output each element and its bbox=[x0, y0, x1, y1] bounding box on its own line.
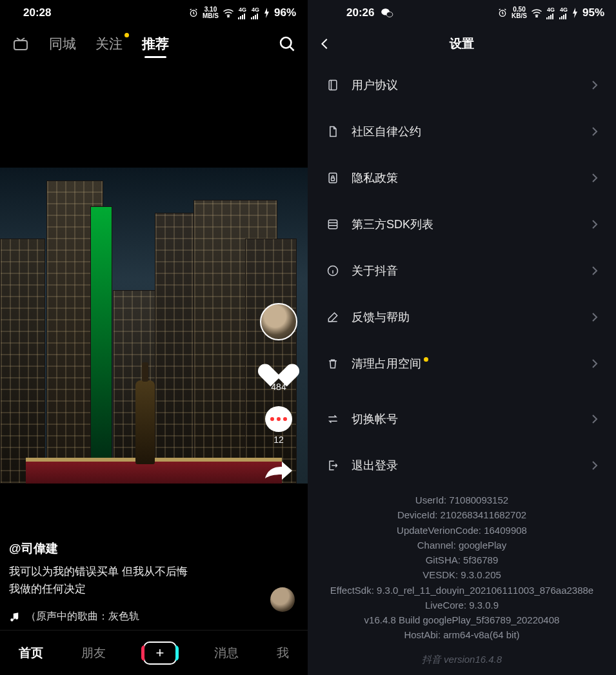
svg-rect-9 bbox=[257, 14, 258, 19]
wifi-icon bbox=[223, 8, 234, 17]
tab-recommend[interactable]: 推荐 bbox=[142, 35, 169, 53]
battery-pct: 95% bbox=[582, 6, 604, 19]
row-logout[interactable]: 退出登录 bbox=[312, 442, 612, 489]
row-label: 清理占用空间 bbox=[352, 356, 580, 371]
logout-icon bbox=[326, 458, 340, 473]
row-sdk[interactable]: 第三方SDK列表 bbox=[312, 201, 612, 248]
row-switch-account[interactable]: 切换帐号 bbox=[312, 396, 612, 442]
row-label: 用户协议 bbox=[352, 77, 580, 93]
tab-live[interactable] bbox=[12, 37, 30, 51]
dbg-abi: HostAbi: arm64-v8a(64 bit) bbox=[315, 627, 608, 642]
nav-messages[interactable]: 消息 bbox=[214, 645, 239, 661]
swap-icon bbox=[326, 412, 340, 426]
svg-rect-3 bbox=[240, 16, 241, 19]
row-privacy[interactable]: 隐私政策 bbox=[312, 155, 612, 201]
svg-rect-21 bbox=[561, 16, 562, 19]
back-button[interactable] bbox=[318, 37, 332, 51]
share-icon bbox=[264, 459, 293, 482]
svg-point-15 bbox=[536, 16, 537, 17]
version-label: 抖音 version16.4.8 bbox=[308, 646, 616, 675]
trash-icon bbox=[326, 357, 340, 371]
dbg-deviceid: DeviceId: 2102683411682702 bbox=[315, 507, 608, 522]
settings-list: 用户协议 社区自律公约 隐私政策 第三方SDK列表 关于抖音 bbox=[308, 62, 616, 489]
svg-rect-17 bbox=[548, 16, 550, 19]
svg-rect-5 bbox=[244, 14, 245, 19]
comment-button[interactable]: 12 bbox=[265, 406, 292, 445]
chevron-right-icon bbox=[591, 414, 598, 424]
nav-me[interactable]: 我 bbox=[277, 645, 289, 661]
document-icon bbox=[326, 124, 340, 139]
nav-friends[interactable]: 朋友 bbox=[81, 645, 106, 661]
net-unit: KB/S bbox=[512, 13, 527, 19]
chevron-right-icon bbox=[591, 312, 598, 322]
caption-line-2: 我做的任何决定 bbox=[9, 581, 250, 598]
search-icon[interactable] bbox=[278, 35, 296, 53]
row-label: 关于抖音 bbox=[352, 263, 580, 279]
svg-rect-22 bbox=[563, 15, 564, 19]
tab-local[interactable]: 同城 bbox=[49, 35, 76, 53]
music-marquee[interactable]: （原声中的歌曲：灰色轨 bbox=[9, 610, 250, 623]
signal-2-icon: 4G bbox=[251, 7, 260, 19]
chevron-right-icon bbox=[591, 358, 598, 369]
wifi-icon bbox=[531, 8, 542, 17]
chevron-right-icon bbox=[591, 219, 598, 230]
status-icons: 0.50 KB/S 4G 4G 95% bbox=[497, 6, 604, 19]
wechat-icon bbox=[381, 8, 393, 18]
music-disc[interactable] bbox=[265, 582, 300, 617]
settings-header: 设置 bbox=[308, 26, 616, 62]
share-button[interactable] bbox=[264, 459, 293, 482]
svg-rect-4 bbox=[242, 15, 243, 19]
status-bar-left: 20:28 3.10 MB/S 4G 4G bbox=[0, 0, 308, 26]
row-user-agreement[interactable]: 用户协议 bbox=[312, 62, 612, 108]
caption-line-1: 我可以为我的错误买单 但我从不后悔 bbox=[9, 563, 250, 580]
row-feedback[interactable]: 反馈与帮助 bbox=[312, 294, 612, 340]
status-bar-right: 20:26 0.50 KB/S 4G bbox=[308, 0, 616, 26]
svg-rect-6 bbox=[251, 17, 252, 19]
nav-create[interactable]: + bbox=[143, 641, 177, 665]
net-unit: MB/S bbox=[203, 13, 219, 19]
svg-rect-18 bbox=[550, 15, 551, 19]
svg-point-13 bbox=[387, 12, 393, 17]
charging-icon bbox=[264, 8, 270, 18]
book-icon bbox=[326, 78, 340, 92]
page-title: 设置 bbox=[308, 35, 616, 52]
info-icon bbox=[326, 264, 340, 278]
alarm-icon bbox=[497, 8, 508, 18]
settings-screen: 20:26 0.50 KB/S 4G bbox=[308, 0, 616, 675]
row-clear-cache[interactable]: 清理占用空间 bbox=[312, 340, 612, 387]
author-name[interactable]: @司偉建 bbox=[9, 540, 250, 557]
nav-home[interactable]: 首页 bbox=[19, 645, 43, 661]
dbg-effect: EffectSdk: 9.3.0_rel_11_douyin_202106111… bbox=[315, 583, 608, 598]
notification-dot-icon bbox=[424, 357, 428, 362]
list-icon bbox=[326, 217, 340, 231]
signal-2-icon: 4G bbox=[559, 7, 568, 19]
svg-rect-10 bbox=[14, 41, 27, 50]
svg-rect-19 bbox=[552, 14, 553, 19]
row-about[interactable]: 关于抖音 bbox=[312, 248, 612, 294]
row-label: 反馈与帮助 bbox=[352, 309, 580, 325]
author-avatar[interactable] bbox=[260, 303, 297, 340]
music-text: （原声中的歌曲：灰色轨 bbox=[26, 610, 139, 623]
tab-follow[interactable]: 关注 bbox=[95, 35, 123, 53]
svg-rect-27 bbox=[328, 220, 337, 228]
svg-rect-24 bbox=[329, 81, 337, 90]
svg-rect-23 bbox=[565, 14, 566, 19]
debug-info: UserId: 71080093152 DeviceId: 2102683411… bbox=[308, 493, 616, 643]
charging-icon bbox=[572, 8, 579, 18]
douyin-feed-screen: 20:28 3.10 MB/S 4G 4G bbox=[0, 0, 308, 675]
dbg-build: v16.4.8 Build googlePlay_5f36789_2022040… bbox=[315, 612, 608, 627]
dbg-vesdk: VESDK: 9.3.0.205 bbox=[315, 567, 608, 582]
chevron-right-icon bbox=[591, 460, 598, 471]
bottom-nav: 首页 朋友 + 消息 我 bbox=[0, 630, 308, 675]
row-community[interactable]: 社区自律公约 bbox=[312, 108, 612, 155]
action-rail: 484 12 bbox=[256, 303, 301, 482]
row-label: 退出登录 bbox=[352, 458, 580, 473]
chevron-right-icon bbox=[591, 173, 598, 183]
comment-icon bbox=[265, 406, 292, 432]
chevron-right-icon bbox=[591, 80, 598, 90]
like-button[interactable]: 484 bbox=[265, 355, 292, 392]
dbg-gitsha: GitSHA: 5f36789 bbox=[315, 553, 608, 567]
status-icons: 3.10 MB/S 4G 4G 96% bbox=[188, 6, 296, 19]
row-label: 隐私政策 bbox=[352, 170, 580, 186]
notification-dot-icon bbox=[124, 33, 129, 37]
